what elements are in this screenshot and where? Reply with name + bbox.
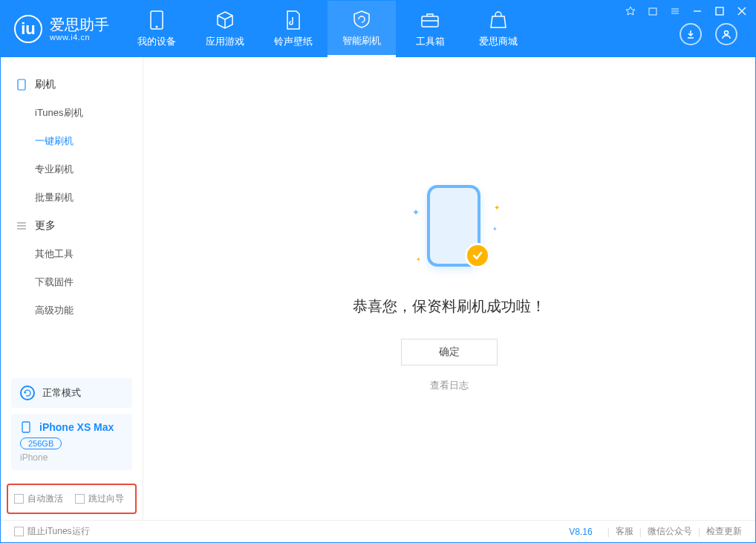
sidebar-item-oneclick-flash[interactable]: 一键刷机 <box>1 127 143 155</box>
svg-rect-4 <box>649 8 656 15</box>
checkbox-skip-guide[interactable]: 跳过向导 <box>75 492 124 505</box>
section-title: 更多 <box>35 219 56 233</box>
status-label: 阻止iTunes运行 <box>27 525 90 538</box>
sidebar-item-pro-flash[interactable]: 专业刷机 <box>1 155 143 183</box>
nav-toolbox[interactable]: 工具箱 <box>396 1 464 57</box>
account-button[interactable] <box>715 23 737 45</box>
cube-icon <box>215 10 235 30</box>
sparkle-icon: ✦ <box>494 204 500 212</box>
mode-card[interactable]: 正常模式 <box>11 378 132 408</box>
nav-label: 爱思商城 <box>479 35 518 48</box>
sidebar-item-itunes-flash[interactable]: iTunes刷机 <box>1 99 143 127</box>
svg-rect-5 <box>716 7 723 15</box>
bag-icon <box>488 10 509 30</box>
checkbox-auto-activate[interactable]: 自动激活 <box>14 492 63 505</box>
header-actions <box>680 23 737 45</box>
nav-label: 应用游戏 <box>206 35 244 48</box>
window-controls <box>625 5 748 17</box>
sidebar-item-batch-flash[interactable]: 批量刷机 <box>1 183 143 212</box>
nav-label: 铃声壁纸 <box>274 35 313 48</box>
version-label: V8.16 <box>569 527 592 537</box>
nav-label: 智能刷机 <box>342 34 381 48</box>
status-left: 阻止iTunes运行 <box>14 525 90 538</box>
app-name: 爱思助手 <box>50 16 109 33</box>
device-type: iPhone <box>20 452 123 463</box>
shield-refresh-icon <box>351 9 372 30</box>
minimize-button[interactable] <box>691 5 703 17</box>
section-title: 刷机 <box>35 78 56 91</box>
nav-smart-flash[interactable]: 智能刷机 <box>328 1 396 57</box>
checkbox-icon <box>14 494 24 504</box>
refresh-icon <box>20 386 35 400</box>
sidebar-item-advanced[interactable]: 高级功能 <box>1 296 143 325</box>
wechat-link[interactable]: 微信公众号 <box>648 525 692 538</box>
nav-label: 我的设备 <box>137 35 176 48</box>
phone-icon <box>20 421 32 433</box>
highlighted-options: 自动激活 跳过向导 <box>7 484 137 514</box>
success-message: 恭喜您，保资料刷机成功啦！ <box>353 296 546 316</box>
device-icon <box>146 10 167 30</box>
device-name: iPhone XS Max <box>39 421 114 433</box>
sparkle-icon: ✦ <box>492 226 498 233</box>
phone-icon <box>16 79 27 91</box>
nav-ringtones[interactable]: 铃声壁纸 <box>259 1 328 57</box>
sidebar-item-other-tools[interactable]: 其他工具 <box>1 240 143 268</box>
status-bar: 阻止iTunes运行 V8.16 | 客服 | 微信公众号 | 检查更新 <box>1 520 755 542</box>
svg-point-1 <box>156 26 158 28</box>
app-url: www.i4.cn <box>50 33 109 42</box>
status-right: V8.16 | 客服 | 微信公众号 | 检查更新 <box>569 525 742 538</box>
app-logo-icon: iu <box>14 15 42 43</box>
ok-button[interactable]: 确定 <box>401 339 498 365</box>
device-capacity: 256GB <box>20 438 62 449</box>
menu-icon[interactable] <box>669 5 681 17</box>
toolbox-icon <box>420 10 440 30</box>
nav-store[interactable]: 爱思商城 <box>464 1 532 57</box>
support-link[interactable]: 客服 <box>616 525 633 538</box>
list-icon <box>16 220 27 232</box>
maximize-button[interactable] <box>714 5 726 17</box>
main-content: ✦ ✦ ✦ ✦ 恭喜您，保资料刷机成功啦！ 确定 查看日志 <box>143 57 755 520</box>
nav-label: 工具箱 <box>416 35 445 48</box>
section-more: 更多 <box>1 212 143 240</box>
checkmark-badge-icon <box>465 243 490 268</box>
success-illustration: ✦ ✦ ✦ ✦ <box>405 185 494 274</box>
checkbox-block-itunes[interactable]: 阻止iTunes运行 <box>14 525 90 538</box>
theme-icon[interactable] <box>625 5 636 17</box>
sidebar-item-download-firmware[interactable]: 下载固件 <box>1 268 143 296</box>
body: 刷机 iTunes刷机 一键刷机 专业刷机 批量刷机 更多 其他工具 下载固件 … <box>1 57 755 520</box>
close-button[interactable] <box>736 5 748 17</box>
checkbox-icon <box>75 494 85 504</box>
view-log-link[interactable]: 查看日志 <box>430 379 469 392</box>
svg-rect-2 <box>422 16 438 27</box>
opt-label: 跳过向导 <box>88 492 124 505</box>
section-flash: 刷机 <box>1 71 143 99</box>
nav-apps-games[interactable]: 应用游戏 <box>191 1 259 57</box>
svg-rect-6 <box>18 79 25 90</box>
mode-label: 正常模式 <box>42 386 81 400</box>
nav-my-device[interactable]: 我的设备 <box>123 1 191 57</box>
svg-point-3 <box>725 31 729 35</box>
music-file-icon <box>283 10 304 30</box>
check-update-link[interactable]: 检查更新 <box>706 525 742 538</box>
nav-tabs: 我的设备 应用游戏 铃声壁纸 智能刷机 工具箱 爱思商城 <box>123 1 532 57</box>
opt-label: 自动激活 <box>27 492 63 505</box>
title-bar: iu 爱思助手 www.i4.cn 我的设备 应用游戏 铃声壁纸 智能刷机 工具… <box>1 1 755 57</box>
checkbox-icon <box>14 527 24 536</box>
svg-rect-7 <box>22 422 30 432</box>
sidebar: 刷机 iTunes刷机 一键刷机 专业刷机 批量刷机 更多 其他工具 下载固件 … <box>1 57 143 520</box>
device-card[interactable]: iPhone XS Max 256GB iPhone <box>11 414 132 470</box>
logo-area: iu 爱思助手 www.i4.cn <box>1 15 123 43</box>
sparkle-icon: ✦ <box>412 207 420 218</box>
sparkle-icon: ✦ <box>416 256 421 263</box>
skin-icon[interactable] <box>647 5 659 17</box>
download-button[interactable] <box>680 23 702 45</box>
